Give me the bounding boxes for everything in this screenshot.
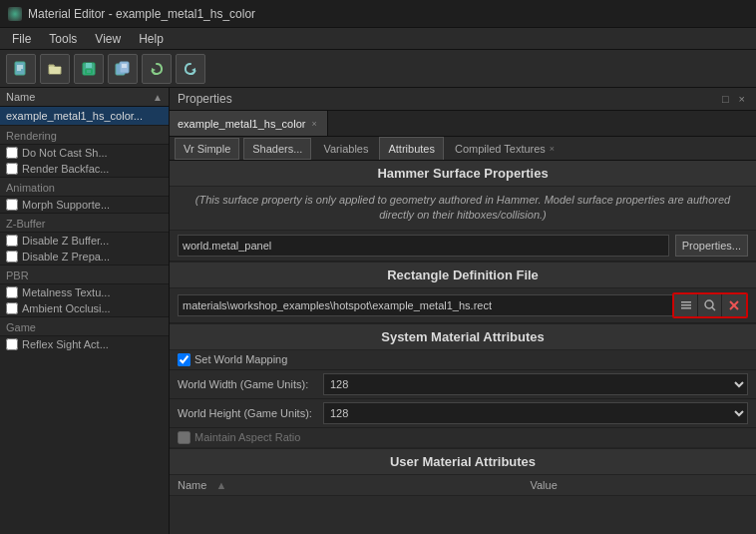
ambient-occlusion-label: Ambient Occlusi... bbox=[22, 302, 111, 314]
sub-tab-bar: Vr Simple Shaders... Variables Attribute… bbox=[170, 137, 756, 161]
rect-list-button[interactable] bbox=[674, 294, 698, 316]
name-sort-icon: ▲ bbox=[215, 479, 226, 491]
left-panel-header: Name ▲ bbox=[0, 88, 169, 107]
disable-zprepass-checkbox[interactable] bbox=[6, 251, 18, 263]
maintain-aspect-ratio-label: Maintain Aspect Ratio bbox=[194, 431, 300, 443]
save-button[interactable] bbox=[74, 54, 104, 84]
maintain-aspect-ratio-row: Maintain Aspect Ratio bbox=[170, 428, 756, 448]
name-column-header: Name ▲ bbox=[170, 475, 522, 496]
rect-file-input[interactable] bbox=[178, 294, 672, 316]
main-layout: Name ▲ example_metal1_hs_color... Render… bbox=[0, 88, 756, 534]
menu-bar: File Tools View Help bbox=[0, 28, 756, 50]
rect-clear-button[interactable] bbox=[722, 294, 746, 316]
game-section-label: Game bbox=[0, 316, 169, 336]
svg-line-18 bbox=[712, 307, 715, 310]
rectangle-def-header: Rectangle Definition File bbox=[170, 262, 756, 288]
value-column-header: Value bbox=[522, 475, 756, 496]
disable-zbuffer-item[interactable]: Disable Z Buffer... bbox=[0, 233, 169, 249]
open-button[interactable] bbox=[40, 54, 70, 84]
do-not-cast-shadows-checkbox[interactable] bbox=[6, 147, 18, 159]
svg-rect-7 bbox=[87, 70, 91, 73]
morph-supported-label: Morph Supporte... bbox=[22, 199, 110, 211]
maximize-icon[interactable]: □ bbox=[719, 92, 732, 106]
disable-zprepass-label: Disable Z Prepa... bbox=[22, 251, 110, 263]
disable-zprepass-item[interactable]: Disable Z Prepa... bbox=[0, 249, 169, 265]
svg-point-17 bbox=[705, 300, 713, 308]
world-height-select[interactable]: 128 64 256 bbox=[323, 402, 748, 424]
tab-attributes[interactable]: Attributes bbox=[379, 137, 443, 160]
menu-help[interactable]: Help bbox=[131, 30, 172, 48]
user-material-table: Name ▲ Value bbox=[170, 475, 756, 496]
doc-tab[interactable]: example_metal1_hs_color × bbox=[170, 111, 328, 136]
rect-action-buttons bbox=[672, 292, 748, 318]
sort-icon: ▲ bbox=[153, 92, 163, 103]
properties-header: Properties □ × bbox=[170, 88, 756, 111]
set-world-mapping-checkbox[interactable] bbox=[178, 353, 190, 366]
pbr-section-label: PBR bbox=[0, 265, 169, 284]
do-not-cast-shadows-item[interactable]: Do Not Cast Sh... bbox=[0, 145, 169, 161]
disable-zbuffer-label: Disable Z Buffer... bbox=[22, 235, 109, 247]
toolbar bbox=[0, 50, 756, 88]
doc-tab-close[interactable]: × bbox=[309, 119, 318, 129]
reflex-sight-item[interactable]: Reflex Sight Act... bbox=[0, 336, 169, 352]
set-world-mapping-row: Set World Mapping bbox=[170, 350, 756, 370]
disable-zbuffer-checkbox[interactable] bbox=[6, 235, 18, 247]
render-backface-item[interactable]: Render Backfac... bbox=[0, 161, 169, 177]
world-height-row: World Height (Game Units): 128 64 256 bbox=[170, 399, 756, 428]
world-width-row: World Width (Game Units): 128 64 256 bbox=[170, 370, 756, 399]
hammer-surface-header: Hammer Surface Properties bbox=[170, 161, 756, 187]
close-properties-icon[interactable]: × bbox=[736, 92, 748, 106]
material-item[interactable]: example_metal1_hs_color... bbox=[0, 107, 169, 125]
svg-marker-12 bbox=[152, 68, 156, 72]
hammer-surface-info: (This surface property is only applied t… bbox=[170, 187, 756, 231]
system-material-header: System Material Attributes bbox=[170, 323, 756, 350]
svg-rect-5 bbox=[86, 63, 92, 68]
window-title: Material Editor - example_metal1_hs_colo… bbox=[28, 7, 255, 21]
copy-button[interactable] bbox=[108, 54, 138, 84]
left-panel: Name ▲ example_metal1_hs_color... Render… bbox=[0, 88, 170, 534]
do-not-cast-shadows-label: Do Not Cast Sh... bbox=[22, 147, 108, 159]
compiled-textures-close[interactable]: × bbox=[550, 144, 555, 154]
world-height-label: World Height (Game Units): bbox=[178, 407, 317, 419]
rect-search-button[interactable] bbox=[698, 294, 722, 316]
menu-tools[interactable]: Tools bbox=[41, 30, 85, 48]
metalness-label: Metalness Textu... bbox=[22, 286, 110, 298]
svg-rect-16 bbox=[681, 307, 691, 309]
new-button[interactable] bbox=[6, 54, 36, 84]
app-icon bbox=[8, 7, 22, 21]
surface-property-input[interactable] bbox=[178, 235, 669, 257]
doc-tab-label: example_metal1_hs_color bbox=[178, 118, 305, 130]
metalness-item[interactable]: Metalness Textu... bbox=[0, 284, 169, 300]
svg-rect-14 bbox=[681, 301, 691, 303]
animation-section-label: Animation bbox=[0, 177, 169, 197]
tab-shaders[interactable]: Shaders... bbox=[243, 138, 311, 160]
ambient-occlusion-item[interactable]: Ambient Occlusi... bbox=[0, 300, 169, 316]
metalness-checkbox[interactable] bbox=[6, 286, 18, 298]
content-area: Hammer Surface Properties (This surface … bbox=[170, 161, 756, 534]
render-backface-checkbox[interactable] bbox=[6, 163, 18, 175]
morph-supported-item[interactable]: Morph Supporte... bbox=[0, 197, 169, 213]
ambient-occlusion-checkbox[interactable] bbox=[6, 302, 18, 314]
refresh-button[interactable] bbox=[142, 54, 172, 84]
rendering-section-label: Rendering bbox=[0, 125, 169, 145]
set-world-mapping-label: Set World Mapping bbox=[194, 353, 287, 365]
rectangle-def-row bbox=[170, 288, 756, 323]
menu-view[interactable]: View bbox=[87, 30, 129, 48]
doc-tab-bar: example_metal1_hs_color × bbox=[170, 111, 756, 137]
tab-variables[interactable]: Variables bbox=[314, 137, 377, 160]
properties-button[interactable]: Properties... bbox=[675, 235, 748, 257]
user-material-header: User Material Attributes bbox=[170, 448, 756, 475]
reflex-sight-checkbox[interactable] bbox=[6, 338, 18, 350]
menu-file[interactable]: File bbox=[4, 30, 39, 48]
tab-vr-simple[interactable]: Vr Simple bbox=[175, 138, 239, 160]
reload-button[interactable] bbox=[176, 54, 205, 84]
world-width-select[interactable]: 128 64 256 bbox=[323, 373, 748, 395]
title-bar: Material Editor - example_metal1_hs_colo… bbox=[0, 0, 756, 28]
maintain-aspect-ratio-checkbox[interactable] bbox=[178, 431, 190, 444]
tab-compiled-textures[interactable]: Compiled Textures × bbox=[446, 137, 564, 160]
zbuffer-section-label: Z-Buffer bbox=[0, 213, 169, 233]
render-backface-label: Render Backfac... bbox=[22, 163, 109, 175]
reflex-sight-label: Reflex Sight Act... bbox=[22, 338, 109, 350]
morph-supported-checkbox[interactable] bbox=[6, 199, 18, 211]
world-width-label: World Width (Game Units): bbox=[178, 378, 317, 390]
